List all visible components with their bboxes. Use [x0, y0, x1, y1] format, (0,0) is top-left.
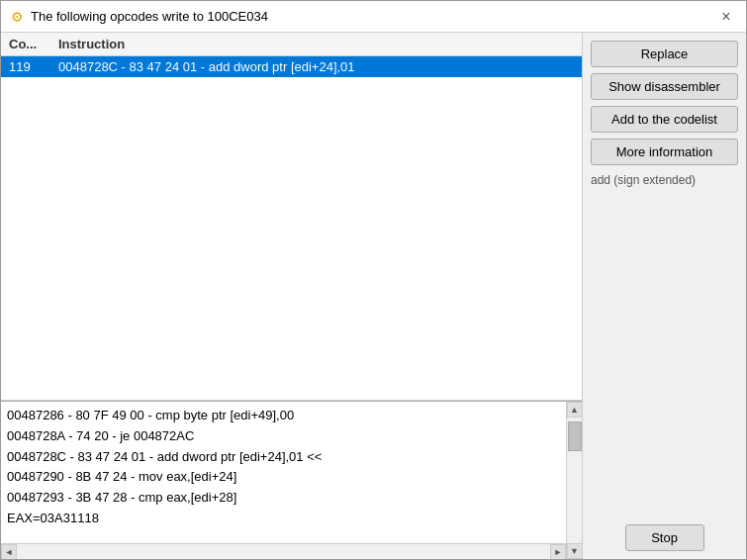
add-to-codelist-button[interactable]: Add to the codelist [591, 106, 738, 133]
bottom-line-3: 0048728C - 83 47 24 01 - add dword ptr [… [7, 447, 560, 468]
scroll-up-arrow[interactable]: ▲ [567, 402, 583, 418]
hscroll-left-arrow[interactable]: ◄ [1, 544, 17, 560]
replace-button[interactable]: Replace [591, 41, 738, 67]
close-button[interactable]: × [714, 5, 738, 29]
stop-button[interactable]: Stop [625, 524, 704, 551]
scroll-track[interactable] [567, 418, 582, 543]
row-instruction: 0048728C - 83 47 24 01 - add dword ptr [… [54, 58, 578, 75]
left-panel: Co... Instruction 119 0048728C - 83 47 2… [1, 33, 583, 559]
info-text: add (sign extended) [591, 171, 738, 189]
table-header: Co... Instruction [1, 33, 582, 56]
scroll-thumb[interactable] [568, 421, 582, 451]
row-co: 119 [5, 58, 54, 75]
title-bar-left: ⚙ The following opcodes write to 100CE03… [9, 9, 268, 25]
scroll-down-arrow[interactable]: ▼ [567, 543, 583, 559]
more-information-button[interactable]: More information [591, 139, 738, 165]
bottom-text-area[interactable]: 00487286 - 80 7F 49 00 - cmp byte ptr [e… [1, 402, 566, 559]
col-header-co: Co... [5, 35, 54, 53]
right-panel: Replace Show disassembler Add to the cod… [583, 33, 746, 559]
right-bottom: Stop [591, 195, 738, 551]
table-body[interactable]: 119 0048728C - 83 47 24 01 - add dword p… [1, 56, 582, 400]
hscroll-right-arrow[interactable]: ► [550, 544, 566, 560]
window-icon: ⚙ [9, 9, 25, 25]
bottom-hscrollbar[interactable]: ◄ ► [1, 543, 566, 559]
show-disassembler-button[interactable]: Show disassembler [591, 73, 738, 100]
bottom-line-5: 00487293 - 3B 47 28 - cmp eax,[edi+28] [7, 488, 560, 509]
bottom-line-1: 00487286 - 80 7F 49 00 - cmp byte ptr [e… [7, 406, 560, 426]
bottom-line-2: 0048728A - 74 20 - je 004872AC [7, 426, 560, 447]
title-bar: ⚙ The following opcodes write to 100CE03… [1, 1, 746, 33]
main-window: ⚙ The following opcodes write to 100CE03… [0, 0, 747, 560]
bottom-line-6: EAX=03A31118 [7, 509, 560, 529]
content-area: Co... Instruction 119 0048728C - 83 47 2… [1, 33, 746, 559]
bottom-scrollbar[interactable]: ▲ ▼ [566, 402, 582, 559]
col-header-instruction: Instruction [54, 35, 578, 53]
bottom-panel: 00487286 - 80 7F 49 00 - cmp byte ptr [e… [1, 401, 582, 559]
window-title: The following opcodes write to 100CE034 [31, 9, 268, 24]
bottom-line-4: 00487290 - 8B 47 24 - mov eax,[edi+24] [7, 467, 560, 488]
hscroll-track[interactable] [17, 544, 550, 559]
table-row[interactable]: 119 0048728C - 83 47 24 01 - add dword p… [1, 56, 582, 77]
opcode-table: Co... Instruction 119 0048728C - 83 47 2… [1, 33, 582, 401]
